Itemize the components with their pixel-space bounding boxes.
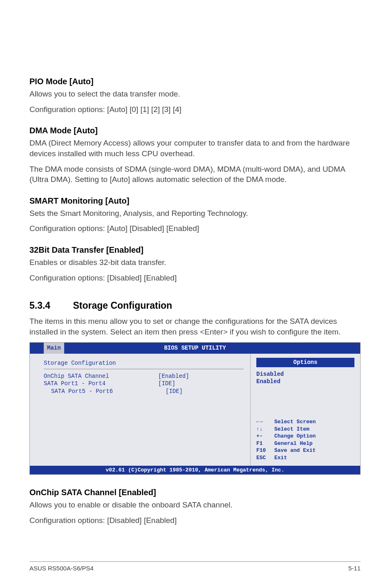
bios-help-text: Exit [274, 454, 287, 462]
bios-tab-main: Main [44, 343, 64, 354]
bios-help-row: +-Change Option [256, 433, 354, 440]
section-title: Storage Configuration [73, 300, 172, 311]
pio-mode-heading: PIO Mode [Auto] [29, 76, 361, 87]
bios-help-key: ↑↓ [256, 426, 274, 433]
paragraph: Allows you to select the data transfer m… [29, 89, 361, 99]
bios-item-label: OnChip SATA Channel [44, 373, 158, 380]
bios-help-key: ESC [256, 454, 274, 462]
footer-page-number: 5-11 [348, 564, 361, 572]
bios-title-bar: BIOS SETUP UTILITY Main [30, 343, 360, 354]
bios-help-key: F10 [256, 447, 274, 454]
paragraph: Enables or disables 32-bit data transfer… [29, 257, 361, 268]
bios-footer: v02.61 (C)Copyright 1985-2010, American … [30, 466, 360, 475]
bios-help-text: General Help [274, 440, 313, 447]
32bit-transfer-heading: 32Bit Data Transfer [Enabled] [29, 245, 361, 256]
bios-help-key: ←→ [256, 418, 274, 426]
paragraph: DMA (Direct Memory Access) allows your c… [29, 138, 361, 159]
bios-option: Disabled [256, 370, 354, 378]
bios-section-title: Storage Configuration [44, 358, 244, 369]
bios-item-value: [Enabled] [158, 373, 189, 380]
section-number: 5.3.4 [29, 299, 70, 312]
footer-product: ASUS RS500A-S6/PS4 [29, 565, 94, 572]
bios-help-text: Select Item [274, 426, 309, 433]
bios-help-key: F1 [256, 440, 274, 447]
bios-item-label: SATA Port5 - Port6 [44, 388, 166, 395]
bios-item: SATA Port1 - Port4 [IDE] [44, 380, 244, 388]
bios-help-text: Save and Exit [274, 447, 316, 454]
paragraph: The items in this menu allow you to set … [29, 316, 361, 337]
bios-item-value: [IDE] [158, 380, 175, 388]
storage-config-heading: 5.3.4 Storage Configuration [29, 299, 361, 312]
bios-item: OnChip SATA Channel [Enabled] [44, 373, 244, 380]
bios-item: SATA Port5 - Port6 [IDE] [44, 388, 244, 395]
bios-help-row: ←→Select Screen [256, 418, 354, 426]
bios-title: BIOS SETUP UTILITY [164, 345, 226, 351]
paragraph: Configuration options: [Auto] [0] [1] [2… [29, 104, 361, 115]
paragraph: Configuration options: [Auto] [Disabled]… [29, 223, 361, 234]
paragraph: Configuration options: [Disabled] [Enabl… [29, 515, 361, 526]
bios-help-row: F10Save and Exit [256, 447, 354, 454]
bios-help-text: Change Option [274, 433, 316, 440]
paragraph: Sets the Smart Monitoring, Analysis, and… [29, 208, 361, 219]
bios-help-text: Select Screen [274, 418, 316, 426]
paragraph: Configuration options: [Disabled] [Enabl… [29, 273, 361, 283]
bios-item-label: SATA Port1 - Port4 [44, 380, 158, 388]
bios-help-row: ↑↓Select Item [256, 426, 354, 433]
bios-options-title: Options [256, 358, 354, 367]
page-footer: ASUS RS500A-S6/PS4 5-11 [29, 561, 361, 572]
bios-screenshot: BIOS SETUP UTILITY Main Storage Configur… [29, 342, 361, 475]
bios-right-panel: Options Disabled Enabled ←→Select Screen… [251, 354, 360, 466]
paragraph: Allows you to enable or disable the onbo… [29, 500, 361, 510]
onchip-sata-heading: OnChip SATA Channel [Enabled] [29, 487, 361, 498]
bios-option: Enabled [256, 378, 354, 386]
smart-monitoring-heading: SMART Monitoring [Auto] [29, 195, 361, 206]
bios-help-key: +- [256, 433, 274, 440]
bios-help-row: ESCExit [256, 454, 354, 462]
divider [44, 369, 244, 369]
paragraph: The DMA mode consists of SDMA (single-wo… [29, 164, 361, 185]
bios-item-value: [IDE] [166, 388, 183, 395]
dma-mode-heading: DMA Mode [Auto] [29, 125, 361, 136]
bios-help-row: F1General Help [256, 440, 354, 447]
bios-left-panel: Storage Configuration OnChip SATA Channe… [30, 354, 251, 466]
